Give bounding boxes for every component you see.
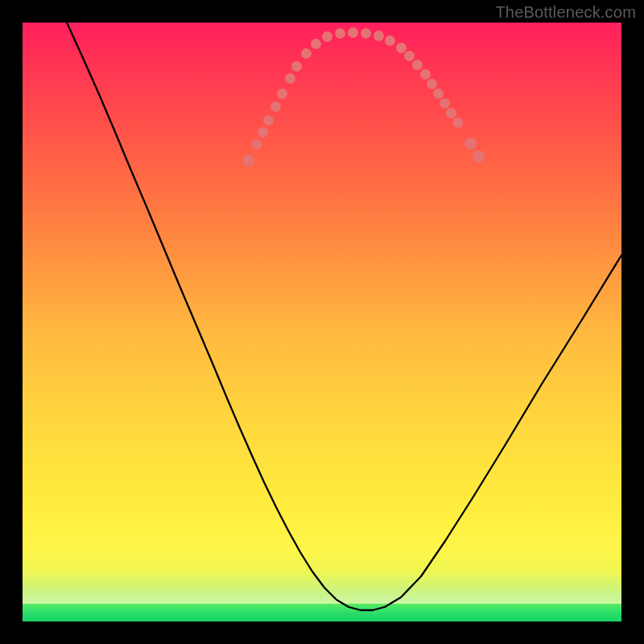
highlight-dot [258,127,268,138]
highlight-dot [301,48,312,59]
highlight-dot [412,60,423,70]
highlight-dot [464,138,477,150]
highlight-dot [285,73,295,84]
highlight-dot [440,98,450,109]
highlight-dot [452,118,463,128]
highlight-dot [291,61,302,72]
highlight-dot [396,43,407,53]
chart-frame: TheBottleneck.com [0,0,644,644]
highlight-dot [263,115,274,126]
highlight-dot [446,108,456,118]
highlight-dot [311,39,321,49]
highlight-dot [335,28,345,39]
highlight-dot [348,27,358,38]
highlight-dot [374,31,384,41]
watermark-label: TheBottleneck.com [495,3,636,22]
highlight-dot [420,69,431,80]
highlight-dot [322,31,332,42]
highlight-dot [433,89,444,99]
highlight-dot [242,155,254,167]
green-baseline-band [23,604,621,621]
pale-yellow-band [23,499,621,604]
highlight-dot [404,51,415,61]
highlight-dot [385,35,395,46]
highlight-dot [361,28,371,39]
highlight-dot [427,79,437,89]
bottleneck-curve [23,23,621,621]
highlight-dot [251,139,262,150]
highlight-dot [473,151,485,163]
highlight-dot [277,89,287,99]
highlight-dot [270,101,281,112]
plot-area [23,23,621,621]
